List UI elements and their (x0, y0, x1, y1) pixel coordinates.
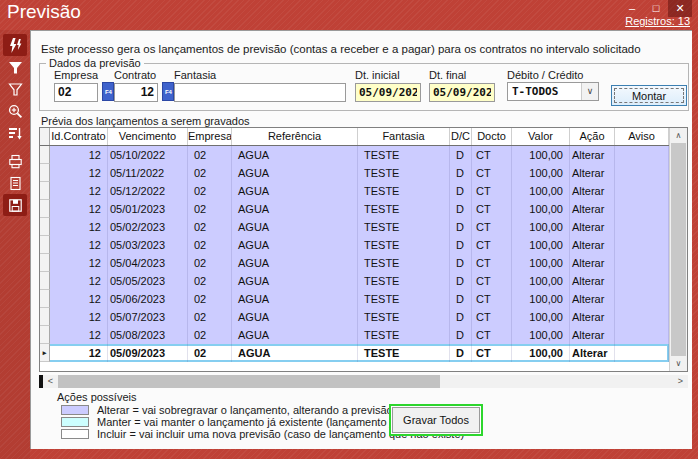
table-cell[interactable]: Alterar (570, 218, 615, 236)
table-cell[interactable]: D (450, 308, 472, 326)
table-cell[interactable]: 100,00 (512, 272, 570, 290)
dt-inicial-field[interactable] (355, 83, 421, 102)
table-cell[interactable]: 02 (188, 164, 232, 182)
table-cell[interactable] (615, 290, 669, 308)
table-cell[interactable]: D (450, 272, 472, 290)
vertical-scroll-thumb[interactable] (671, 143, 686, 356)
table-cell[interactable]: 100,00 (512, 290, 570, 308)
sort-icon[interactable] (3, 122, 27, 144)
table-cell[interactable]: 02 (188, 272, 232, 290)
table-cell[interactable]: 02 (188, 308, 232, 326)
print-icon[interactable] (3, 150, 27, 172)
table-cell[interactable]: AGUA (232, 344, 358, 362)
table-cell[interactable]: CT (472, 236, 512, 254)
table-cell[interactable]: TESTE (358, 308, 450, 326)
table-cell[interactable]: 100,00 (512, 182, 570, 200)
table-cell[interactable]: 05/04/2023 (108, 254, 188, 272)
table-cell[interactable]: Alterar (570, 164, 615, 182)
table-cell[interactable]: AGUA (232, 236, 358, 254)
table-cell[interactable]: D (450, 344, 472, 362)
table-cell[interactable]: CT (472, 344, 512, 362)
table-cell[interactable]: D (450, 182, 472, 200)
table-cell[interactable]: TESTE (358, 344, 450, 362)
table-cell[interactable]: 100,00 (512, 326, 570, 344)
table-cell[interactable] (615, 218, 669, 236)
table-cell[interactable]: Alterar (570, 236, 615, 254)
table-cell[interactable]: TESTE (358, 272, 450, 290)
table-cell[interactable]: 02 (188, 344, 232, 362)
table-cell[interactable]: Alterar (570, 254, 615, 272)
table-cell[interactable]: 12 (50, 290, 108, 308)
table-cell[interactable]: 02 (188, 146, 232, 164)
table-row[interactable]: 1205/12/202202AGUATESTEDCT100,00Alterar (40, 182, 669, 200)
table-cell[interactable]: Alterar (570, 308, 615, 326)
table-cell[interactable]: 05/05/2023 (108, 272, 188, 290)
horizontal-scrollbar[interactable]: < > (39, 375, 688, 388)
table-cell[interactable] (615, 326, 669, 344)
table-cell[interactable]: 12 (50, 200, 108, 218)
table-cell[interactable]: 02 (188, 182, 232, 200)
horizontal-scroll-thumb[interactable] (58, 375, 440, 388)
table-cell[interactable]: AGUA (232, 164, 358, 182)
zoom-icon[interactable] (3, 100, 27, 122)
table-row[interactable]: 1205/01/202302AGUATESTEDCT100,00Alterar (40, 200, 669, 218)
table-row[interactable]: 1205/03/202302AGUATESTEDCT100,00Alterar (40, 236, 669, 254)
table-cell[interactable]: CT (472, 182, 512, 200)
table-cell[interactable]: TESTE (358, 254, 450, 272)
table-cell[interactable] (615, 344, 669, 362)
dt-final-field[interactable] (429, 83, 495, 102)
table-cell[interactable]: CT (472, 164, 512, 182)
table-cell[interactable]: D (450, 200, 472, 218)
table-cell[interactable]: AGUA (232, 200, 358, 218)
table-cell[interactable]: 05/02/2023 (108, 218, 188, 236)
table-cell[interactable]: TESTE (358, 326, 450, 344)
table-row[interactable]: 1205/11/202202AGUATESTEDCT100,00Alterar (40, 164, 669, 182)
execute-icon[interactable] (3, 34, 27, 56)
table-cell[interactable]: Alterar (570, 200, 615, 218)
table-cell[interactable]: 05/07/2023 (108, 308, 188, 326)
table-cell[interactable]: 100,00 (512, 218, 570, 236)
table-cell[interactable]: 02 (188, 254, 232, 272)
table-cell[interactable]: TESTE (358, 146, 450, 164)
table-row[interactable]: ▸1205/09/202302AGUATESTEDCT100,00Alterar (40, 344, 669, 362)
table-cell[interactable]: AGUA (232, 146, 358, 164)
vertical-scrollbar[interactable]: ∧ ∨ (669, 128, 687, 371)
table-cell[interactable]: 100,00 (512, 146, 570, 164)
column-header[interactable]: Id.Contrato (50, 128, 108, 145)
table-cell[interactable]: D (450, 146, 472, 164)
table-cell[interactable]: 12 (50, 218, 108, 236)
clear-filter-icon[interactable] (3, 78, 27, 100)
table-cell[interactable]: 05/06/2023 (108, 290, 188, 308)
table-cell[interactable] (615, 236, 669, 254)
horizontal-scroll-track[interactable] (440, 375, 673, 388)
registros-link[interactable]: Registros: 13 (625, 15, 690, 27)
column-header[interactable]: Aviso (615, 128, 669, 145)
table-cell[interactable]: 100,00 (512, 164, 570, 182)
table-cell[interactable]: Alterar (570, 326, 615, 344)
table-cell[interactable] (615, 308, 669, 326)
table-row[interactable]: 1205/07/202302AGUATESTEDCT100,00Alterar (40, 308, 669, 326)
table-cell[interactable] (615, 146, 669, 164)
column-header[interactable]: Docto (472, 128, 512, 145)
table-cell[interactable]: CT (472, 308, 512, 326)
table-cell[interactable]: TESTE (358, 182, 450, 200)
table-cell[interactable]: 05/08/2023 (108, 326, 188, 344)
scroll-down-icon[interactable]: ∨ (670, 356, 687, 371)
table-cell[interactable]: Alterar (570, 344, 615, 362)
table-cell[interactable]: D (450, 164, 472, 182)
table-cell[interactable]: TESTE (358, 290, 450, 308)
column-header[interactable]: Referência (232, 128, 358, 145)
table-row[interactable]: 1205/02/202302AGUATESTEDCT100,00Alterar (40, 218, 669, 236)
column-header[interactable]: Vencimento (108, 128, 188, 145)
debito-credito-select[interactable]: T-TODOS ∨ (507, 82, 599, 101)
table-cell[interactable]: CT (472, 290, 512, 308)
table-cell[interactable]: 100,00 (512, 254, 570, 272)
table-cell[interactable]: AGUA (232, 254, 358, 272)
table-cell[interactable]: CT (472, 326, 512, 344)
table-cell[interactable]: AGUA (232, 308, 358, 326)
table-cell[interactable]: 02 (188, 218, 232, 236)
table-cell[interactable]: 02 (188, 200, 232, 218)
table-row[interactable]: 1205/08/202302AGUATESTEDCT100,00Alterar (40, 326, 669, 344)
table-cell[interactable]: AGUA (232, 218, 358, 236)
empresa-lookup-button[interactable]: F4 (102, 82, 114, 101)
